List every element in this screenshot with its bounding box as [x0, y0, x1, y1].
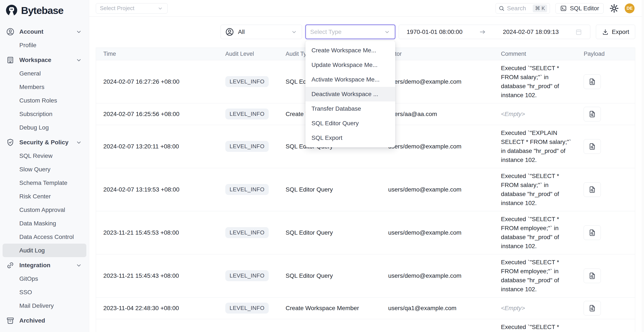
audit-level-badge: LEVEL_INFO: [225, 184, 269, 195]
sidebar-item-general[interactable]: General: [2, 67, 86, 80]
comment-text: Executed `"SELECT * FROM department;"` i…: [501, 323, 572, 332]
actor-filter-select[interactable]: All: [220, 25, 302, 39]
sidebar-item-profile[interactable]: Profile: [2, 38, 86, 52]
type-menu-item-activate-workspace-me[interactable]: Activate Workspace Me...: [306, 72, 395, 87]
cell-audit-level: LEVEL_INFO: [218, 254, 278, 297]
sidebar-item-label: Data Masking: [19, 220, 56, 227]
cell-comment: Executed `"SELECT * FROM salary;"` in da…: [494, 168, 576, 211]
sidebar-item-security-policy[interactable]: Security & Policy: [2, 136, 86, 149]
sidebar-item-label: Archived: [19, 317, 45, 324]
sidebar-item-gitops[interactable]: GitOps: [2, 272, 86, 286]
col-header-comment: Comment: [494, 48, 576, 60]
cell-actor: users/demo@example.com: [381, 125, 494, 168]
sidebar-item-label: Account: [19, 28, 44, 35]
audit-level-badge: LEVEL_INFO: [225, 109, 269, 120]
audit-level-badge: LEVEL_INFO: [225, 76, 269, 87]
type-menu-item-transfer-database[interactable]: Transfer Database: [306, 101, 395, 116]
sidebar-item-integration[interactable]: Integration: [2, 258, 86, 272]
sidebar-item-subscription[interactable]: Subscription: [2, 107, 86, 121]
sidebar-item-custom-approval[interactable]: Custom Approval: [2, 203, 86, 217]
cell-time: 2023-11-04 22:48:30 +08:00: [96, 297, 218, 319]
audit-level-badge: LEVEL_INFO: [225, 270, 269, 281]
payload-view-button[interactable]: [584, 139, 601, 154]
app-root: Bytebase AccountProfileWorkspaceGeneralM…: [0, 0, 644, 332]
export-button[interactable]: Export: [596, 25, 635, 39]
payload-view-button[interactable]: [584, 269, 601, 283]
cell-audit-level: LEVEL_INFO: [218, 168, 278, 211]
vertical-scrollbar[interactable]: [642, 0, 644, 332]
type-filter-placeholder: Select Type: [310, 28, 384, 35]
cell-comment: <Empty>: [494, 103, 576, 125]
sidebar-item-slow-query[interactable]: Slow Query: [2, 163, 86, 176]
sidebar-item-sso[interactable]: SSO: [2, 286, 86, 299]
audit-level-badge: LEVEL_INFO: [225, 141, 269, 152]
archive-icon: [6, 316, 14, 325]
type-menu-item-sql-export[interactable]: SQL Export: [306, 131, 395, 145]
brand-logo[interactable]: Bytebase: [0, 0, 89, 20]
download-icon: [602, 28, 609, 35]
sidebar-item-custom-roles[interactable]: Custom Roles: [2, 94, 86, 107]
cell-actor: users/demo@example.com: [381, 211, 494, 254]
date-range-picker[interactable]: 1970-01-01 08:00:00 2024-02-07 18:09:13: [399, 25, 590, 39]
payload-view-button[interactable]: [584, 74, 601, 89]
cell-audit-type: SQL Editor Query: [278, 319, 381, 332]
sidebar-item-schema-template[interactable]: Schema Template: [2, 176, 86, 190]
payload-view-button[interactable]: [584, 107, 601, 121]
cell-actor: users/aa@aa.com: [381, 103, 494, 125]
project-select[interactable]: Select Project: [96, 3, 168, 13]
type-menu-item-sql-editor-query[interactable]: SQL Editor Query: [306, 116, 395, 131]
sidebar-item-account[interactable]: Account: [2, 25, 86, 38]
avatar[interactable]: DE: [625, 3, 634, 13]
sidebar-item-workspace[interactable]: Workspace: [2, 53, 86, 67]
type-filter-select[interactable]: Select Type: [306, 25, 395, 39]
cell-actor: users/demo@example.com: [381, 60, 494, 103]
comment-text: Executed `"SELECT * FROM employee;"` in …: [501, 258, 572, 294]
comment-text: <Empty>: [501, 110, 572, 119]
type-filter-dropdown-menu: Create Workspace Me...Update Workspace M…: [306, 41, 395, 147]
file-search-icon: [588, 78, 596, 86]
cell-actor: users/demo@example.com: [381, 254, 494, 297]
col-header-actor: Actor: [381, 48, 494, 60]
sidebar-item-label: Subscription: [19, 111, 52, 118]
col-header-payload: Payload: [576, 48, 635, 60]
cell-audit-level: LEVEL_INFO: [218, 319, 278, 332]
cell-payload: [576, 103, 635, 125]
sidebar-item-label: SSO: [19, 289, 32, 296]
cell-time: 2024-02-07 13:20:11 +08:00: [96, 125, 218, 168]
chevron-down-icon: [75, 139, 82, 146]
sidebar-item-data-masking[interactable]: Data Masking: [2, 217, 86, 230]
sidebar-item-label: Schema Template: [19, 179, 68, 186]
type-menu-item-create-workspace-me[interactable]: Create Workspace Me...: [306, 43, 395, 58]
type-menu-item-deactivate-workspace[interactable]: Deactivate Workspace ...: [306, 87, 395, 101]
comment-text: <Empty>: [501, 304, 572, 313]
sql-editor-button[interactable]: SQL Editor: [556, 3, 604, 13]
cell-comment: <Empty>: [494, 297, 576, 319]
sidebar-item-label: Risk Center: [19, 193, 51, 200]
calendar-icon: [575, 28, 582, 36]
chevron-down-icon: [75, 28, 82, 35]
sidebar-item-label: Audit Log: [19, 247, 45, 254]
table-row: 2023-11-21 15:45:53 +08:00 LEVEL_INFO SQ…: [96, 211, 635, 254]
payload-view-button[interactable]: [584, 225, 601, 240]
sidebar-item-audit-log[interactable]: Audit Log: [2, 244, 86, 257]
search-input[interactable]: Search ⌘ K: [496, 3, 550, 13]
sidebar-item-archived[interactable]: Archived: [2, 314, 86, 327]
cell-comment: Executed `"SELECT * FROM department;"` i…: [494, 319, 576, 332]
file-search-icon: [588, 142, 596, 151]
search-icon: [498, 5, 505, 11]
comment-text: Executed `"SELECT * FROM salary;"` in da…: [501, 64, 572, 100]
type-menu-item-update-workspace-me[interactable]: Update Workspace Me...: [306, 58, 395, 72]
cell-audit-level: LEVEL_INFO: [218, 60, 278, 103]
file-search-icon: [588, 304, 596, 312]
payload-view-button[interactable]: [584, 301, 601, 316]
sidebar-item-risk-center[interactable]: Risk Center: [2, 190, 86, 203]
sidebar-item-debug-log[interactable]: Debug Log: [2, 121, 86, 134]
sidebar-item-sql-review[interactable]: SQL Review: [2, 149, 86, 163]
payload-view-button[interactable]: [584, 182, 601, 197]
sidebar-item-data-access-control[interactable]: Data Access Control: [2, 230, 86, 244]
cell-audit-level: LEVEL_INFO: [218, 211, 278, 254]
sidebar-item-mail-delivery[interactable]: Mail Delivery: [2, 299, 86, 313]
shield-check-icon: [6, 138, 14, 147]
sidebar-item-members[interactable]: Members: [2, 80, 86, 94]
gear-icon[interactable]: [609, 3, 619, 13]
